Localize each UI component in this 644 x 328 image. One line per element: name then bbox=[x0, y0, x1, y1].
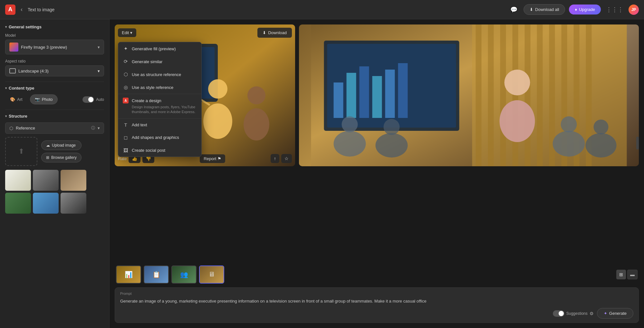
left-image-toolbar-top: Edit ▾ ✦ Generative fill (preview) ⟳ Gen… bbox=[118, 28, 292, 38]
edit-chevron-icon: ▾ bbox=[130, 30, 132, 35]
upload-area-icon: ⬆ bbox=[18, 147, 24, 156]
auto-toggle-track[interactable] bbox=[82, 96, 94, 103]
share-button[interactable]: ↑ bbox=[271, 154, 279, 163]
sample-image-ball[interactable] bbox=[33, 193, 59, 214]
suggestions-toggle[interactable] bbox=[553, 310, 564, 317]
model-selector[interactable]: Firefly Image 3 (preview) ▾ bbox=[5, 40, 104, 54]
upgrade-icon: ♦ bbox=[575, 7, 577, 12]
art-icon: 🎨 bbox=[10, 97, 15, 102]
svg-rect-28 bbox=[334, 82, 343, 118]
create-social-post-label: Create social post bbox=[132, 148, 165, 153]
edit-dropdown-menu: ✦ Generative fill (preview) ⟳ Generate s… bbox=[118, 42, 202, 157]
sample-image-road[interactable] bbox=[5, 193, 31, 214]
aspect-selector[interactable]: Landscape (4:3) ▾ bbox=[5, 65, 104, 76]
upload-image-label: Upload image bbox=[52, 143, 76, 148]
generate-button[interactable]: ✦ Generate bbox=[597, 308, 633, 319]
generate-similar-label: Generate similar bbox=[132, 59, 162, 64]
svg-point-10 bbox=[208, 79, 227, 99]
svg-rect-30 bbox=[360, 66, 369, 118]
download-all-button[interactable]: ⬇ Download all bbox=[524, 4, 565, 15]
thumbnail-2[interactable]: 📋 bbox=[144, 265, 169, 284]
content-type-header: ▾ Content type bbox=[5, 86, 104, 91]
thumbnail-4-image: 🖥 bbox=[200, 266, 224, 283]
edit-button[interactable]: Edit ▾ ✦ Generative fill (preview) ⟳ Gen… bbox=[118, 28, 136, 37]
suggestions-info-icon[interactable]: ⚙ bbox=[590, 311, 594, 316]
sample-image-bird[interactable] bbox=[5, 170, 31, 191]
reference-chevron-icon: ▾ bbox=[98, 126, 100, 130]
sample-images-grid bbox=[5, 170, 104, 214]
reference-info-icon[interactable]: ⓘ bbox=[91, 125, 95, 131]
report-button[interactable]: Report ⚑ bbox=[200, 154, 225, 163]
structure-section: ▾ Structure ⬡ Reference ⓘ ▾ ⬆ ☁ Upload i… bbox=[5, 114, 104, 214]
svg-point-34 bbox=[500, 100, 535, 142]
upgrade-label: Upgrade bbox=[579, 7, 595, 12]
sidebar: ▾ General settings Model Firefly Image 3… bbox=[0, 19, 110, 328]
generate-similar-item[interactable]: ⟳ Generate similar bbox=[118, 55, 201, 68]
create-social-post-item[interactable]: 🖼 Create social post bbox=[118, 144, 201, 157]
generative-fill-label: Generative fill (preview) bbox=[132, 46, 176, 51]
thumbnail-4[interactable]: 🖥 bbox=[199, 265, 224, 284]
add-text-item[interactable]: T Add text bbox=[118, 119, 201, 131]
art-type-button[interactable]: 🎨 Art bbox=[5, 94, 27, 104]
content-type-section: ▾ Content type 🎨 Art 📷 Photo Auto bbox=[5, 86, 104, 104]
use-as-structure-reference-item[interactable]: ⬡ Use as structure reference bbox=[118, 68, 201, 81]
content-area: Edit ▾ ✦ Generative fill (preview) ⟳ Gen… bbox=[110, 19, 644, 328]
model-chevron-icon: ▾ bbox=[98, 45, 100, 50]
apps-grid-icon[interactable]: ⋮⋮⋮ bbox=[605, 5, 625, 14]
reference-selector[interactable]: ⬡ Reference ⓘ ▾ bbox=[5, 122, 104, 134]
topbar: A ‹ Text to image 💬 ⬇ Download all ♦ Upg… bbox=[0, 0, 644, 19]
structure-reference-icon: ⬡ bbox=[123, 72, 129, 77]
sample-image-river[interactable] bbox=[33, 170, 59, 191]
content-type-buttons: 🎨 Art 📷 Photo Auto bbox=[5, 94, 104, 104]
aspect-name: Landscape (4:3) bbox=[18, 69, 95, 73]
svg-rect-32 bbox=[385, 70, 395, 118]
generative-fill-item[interactable]: ✦ Generative fill (preview) bbox=[118, 42, 201, 55]
prompt-text[interactable]: Generate an image of a young, marketing … bbox=[120, 298, 633, 304]
download-button[interactable]: ⬇ Download bbox=[257, 28, 292, 38]
sample-image-room[interactable] bbox=[61, 170, 86, 191]
resize-handle[interactable] bbox=[636, 137, 639, 150]
download-icon: ⬇ bbox=[530, 7, 533, 12]
art-label: Art bbox=[17, 97, 23, 102]
suggestions-toggle-thumb bbox=[559, 311, 564, 316]
star-button[interactable]: ☆ bbox=[281, 154, 292, 163]
page-title: Text to image bbox=[28, 7, 54, 12]
right-image-card bbox=[299, 24, 639, 166]
grid-view-button[interactable]: ⊞ bbox=[616, 270, 626, 279]
prompt-label: Prompt bbox=[120, 292, 633, 295]
model-icon bbox=[9, 43, 18, 52]
svg-point-43 bbox=[594, 120, 609, 134]
structure-reference-label: Use as structure reference bbox=[132, 72, 181, 77]
add-shapes-item[interactable]: ◻ Add shapes and graphics bbox=[118, 131, 201, 144]
download-label: Download bbox=[268, 30, 287, 35]
thumbnail-3[interactable]: 👥 bbox=[171, 265, 197, 284]
chevron-down-icon: ▾ bbox=[5, 86, 7, 90]
right-image bbox=[299, 24, 639, 166]
photo-type-button[interactable]: 📷 Photo bbox=[30, 94, 58, 104]
thumbnail-1-image: 📊 bbox=[117, 266, 140, 283]
chevron-down-icon: ▾ bbox=[5, 114, 7, 118]
svg-point-40 bbox=[553, 131, 585, 157]
upload-area[interactable]: ⬆ bbox=[5, 137, 37, 166]
avatar[interactable]: JP bbox=[629, 5, 639, 15]
sample-image-owl[interactable] bbox=[61, 193, 86, 214]
create-design-item[interactable]: A Create a design Design Instagram posts… bbox=[118, 94, 201, 118]
auto-toggle[interactable]: Auto bbox=[82, 96, 104, 103]
view-toggle: ⊞ ▬ bbox=[616, 270, 638, 279]
add-shapes-label: Add shapes and graphics bbox=[132, 135, 179, 140]
back-button[interactable]: ‹ bbox=[19, 5, 24, 14]
main-layout: ▾ General settings Model Firefly Image 3… bbox=[0, 19, 644, 328]
upload-image-button[interactable]: ☁ Upload image bbox=[41, 140, 82, 150]
style-reference-icon: ◎ bbox=[123, 84, 129, 90]
single-view-button[interactable]: ▬ bbox=[627, 270, 638, 279]
chat-icon[interactable]: 💬 bbox=[508, 4, 520, 15]
upgrade-button[interactable]: ♦ Upgrade bbox=[569, 5, 601, 14]
model-name: Firefly Image 3 (preview) bbox=[21, 45, 95, 50]
generative-fill-icon: ✦ bbox=[123, 46, 129, 52]
browse-gallery-button[interactable]: ⊞ Browse gallery bbox=[41, 153, 82, 162]
prompt-bar: Prompt Generate an image of a young, mar… bbox=[115, 287, 639, 323]
thumbnail-1[interactable]: 📊 bbox=[116, 265, 141, 284]
use-as-style-reference-item[interactable]: ◎ Use as style reference bbox=[118, 81, 201, 94]
aspect-chevron-icon: ▾ bbox=[98, 69, 100, 73]
download-icon: ⬇ bbox=[263, 30, 266, 35]
